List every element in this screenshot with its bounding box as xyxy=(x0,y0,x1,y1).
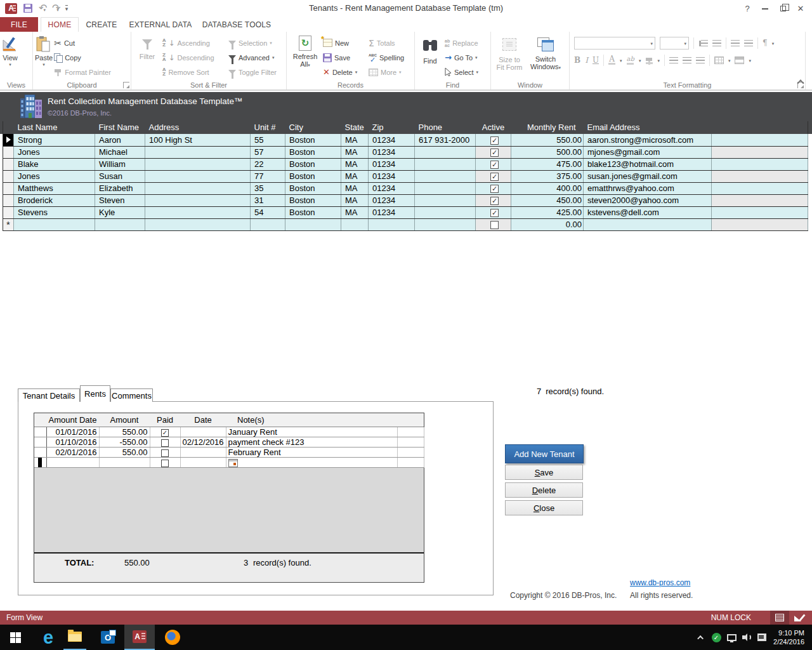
cell-date[interactable] xyxy=(180,448,226,458)
cell-phone[interactable] xyxy=(415,170,476,182)
switch-windows-button[interactable]: SwitchWindows▾ xyxy=(526,33,565,81)
cell-amount[interactable]: 550.00 xyxy=(99,427,150,437)
active-checkbox[interactable] xyxy=(490,209,499,217)
help-button[interactable]: ? xyxy=(738,1,756,17)
tray-expand-button[interactable] xyxy=(693,625,709,650)
save-record-button[interactable]: Save xyxy=(322,50,367,65)
cell-monthly-rent[interactable]: 500.00 xyxy=(511,146,584,158)
copy-button[interactable]: Copy xyxy=(53,50,112,65)
select-button[interactable]: Select▾ xyxy=(443,65,480,79)
cell-state[interactable]: MA xyxy=(341,182,369,194)
delete-button[interactable]: Delete xyxy=(505,482,583,498)
record-selector[interactable] xyxy=(3,206,14,218)
cell-zip[interactable]: 01234 xyxy=(369,158,415,170)
cell-state[interactable]: MA xyxy=(341,134,369,146)
cell-phone[interactable] xyxy=(415,146,476,158)
paid-checkbox[interactable] xyxy=(161,449,169,457)
minimize-button[interactable] xyxy=(756,1,774,17)
start-button[interactable] xyxy=(4,625,27,650)
tray-network[interactable] xyxy=(724,625,739,650)
cell-extra[interactable] xyxy=(397,427,424,437)
paid-checkbox[interactable] xyxy=(161,429,169,437)
rent-record-selector[interactable] xyxy=(34,448,46,458)
active-checkbox[interactable] xyxy=(490,161,499,169)
cell-extra[interactable] xyxy=(712,218,808,230)
cell-first-name[interactable]: Elizabeth xyxy=(95,182,145,194)
cell-city[interactable]: Boston xyxy=(285,206,341,218)
cell-address[interactable] xyxy=(145,158,251,170)
cell-note[interactable]: February Rent xyxy=(226,448,397,458)
cut-button[interactable]: ✂Cut xyxy=(53,36,112,50)
cell-zip[interactable]: 01234 xyxy=(369,170,415,182)
paid-checkbox[interactable] xyxy=(161,439,169,447)
cell-unit[interactable]: 31 xyxy=(251,194,285,206)
goto-button[interactable]: →Go To▾ xyxy=(443,50,480,65)
cell-unit[interactable]: 22 xyxy=(251,158,285,170)
cell-city[interactable]: Boston xyxy=(285,134,341,146)
cell-date[interactable] xyxy=(180,427,226,437)
cell-state[interactable]: MA xyxy=(341,194,369,206)
record-selector[interactable] xyxy=(3,170,14,182)
save-icon[interactable] xyxy=(23,4,32,13)
cell-state[interactable]: MA xyxy=(341,146,369,158)
refresh-all-button[interactable]: ↻ RefreshAll▾ xyxy=(289,33,322,81)
cell-first-name[interactable]: Kyle xyxy=(95,206,145,218)
cell-monthly-rent[interactable]: 375.00 xyxy=(511,170,584,182)
active-checkbox[interactable] xyxy=(490,173,499,181)
new-record-button[interactable]: *New xyxy=(322,36,367,50)
cell-monthly-rent[interactable]: 475.00 xyxy=(511,158,584,170)
cell-phone[interactable] xyxy=(415,206,476,218)
cell-phone[interactable] xyxy=(415,182,476,194)
cell-city[interactable]: Boston xyxy=(285,146,341,158)
tab-create[interactable]: CREATE xyxy=(81,17,122,32)
cell-last-name[interactable] xyxy=(14,218,95,230)
close-form-button[interactable]: Close xyxy=(505,500,583,515)
cell-unit[interactable]: 55 xyxy=(251,134,285,146)
access-logo-icon[interactable]: A xyxy=(5,3,17,14)
cell-city[interactable]: Boston xyxy=(285,158,341,170)
cell-email[interactable] xyxy=(584,218,712,230)
spelling-button[interactable]: ABC✓Spelling xyxy=(367,50,405,65)
taskbar-file-explorer[interactable] xyxy=(63,625,86,650)
cell-note[interactable]: January Rent xyxy=(226,427,397,437)
tab-comments[interactable]: Comments xyxy=(110,388,153,402)
cell-extra[interactable] xyxy=(712,206,808,218)
cell-first-name[interactable]: Aaron xyxy=(95,134,145,146)
cell-state[interactable]: MA xyxy=(341,206,369,218)
active-checkbox[interactable] xyxy=(490,185,499,193)
cell-amount[interactable]: 550.00 xyxy=(99,448,150,458)
cell-phone[interactable] xyxy=(415,158,476,170)
clipboard-dialog-launcher-icon[interactable] xyxy=(123,82,129,88)
cell-email[interactable]: steven2000@yahoo.com xyxy=(584,194,712,206)
cell-unit[interactable]: 54 xyxy=(251,206,285,218)
tab-database-tools[interactable]: DATABASE TOOLS xyxy=(199,17,274,32)
cell-city[interactable]: Boston xyxy=(285,170,341,182)
add-new-tenant-button[interactable]: Add New Tenant xyxy=(505,444,584,463)
cell-address[interactable] xyxy=(145,206,251,218)
cell-zip[interactable]: 01234 xyxy=(369,146,415,158)
record-selector[interactable] xyxy=(3,158,14,170)
db-pros-link[interactable]: www.db-pros.com xyxy=(630,578,690,587)
record-selector[interactable] xyxy=(3,146,14,158)
cell-email[interactable]: aaron.strong@microsoft.com xyxy=(584,134,712,146)
cell-unit[interactable]: 35 xyxy=(251,182,285,194)
cell-email[interactable]: blake123@hotmail.com xyxy=(584,158,712,170)
cell-address[interactable] xyxy=(145,218,251,230)
cell-extra[interactable] xyxy=(397,437,424,448)
cell-zip[interactable]: 01234 xyxy=(369,134,415,146)
cell-extra[interactable] xyxy=(397,448,424,458)
active-checkbox[interactable] xyxy=(490,136,499,145)
cell-phone[interactable] xyxy=(415,194,476,206)
cell-email[interactable]: ematthrws@yahoo.com xyxy=(584,182,712,194)
close-button[interactable]: ✕ xyxy=(792,1,809,17)
cell-city[interactable]: Boston xyxy=(285,182,341,194)
taskbar-firefox[interactable] xyxy=(160,625,185,650)
tab-file[interactable]: FILE xyxy=(0,17,38,32)
taskbar-clock[interactable]: 9:10 PM 2/24/2016 xyxy=(769,628,812,646)
delete-record-button[interactable]: ✕Delete▾ xyxy=(322,65,367,79)
cell-last-name[interactable]: Jones xyxy=(14,146,95,158)
cell-monthly-rent[interactable]: 0.00 xyxy=(511,218,584,230)
rent-new-record-selector[interactable] xyxy=(34,458,46,468)
active-checkbox[interactable] xyxy=(490,221,499,229)
cell-monthly-rent[interactable]: 450.00 xyxy=(511,194,584,206)
